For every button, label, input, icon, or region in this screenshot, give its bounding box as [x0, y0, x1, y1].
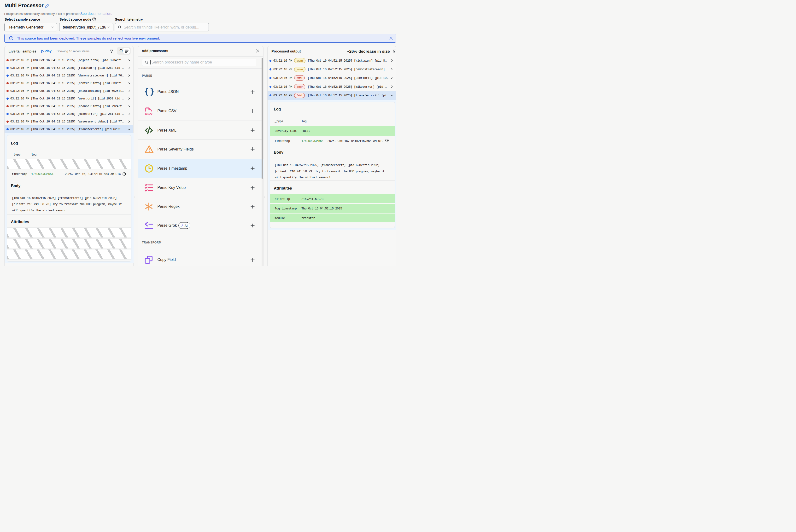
- svg-text:?: ?: [93, 18, 95, 21]
- svg-text:csv: csv: [145, 111, 152, 115]
